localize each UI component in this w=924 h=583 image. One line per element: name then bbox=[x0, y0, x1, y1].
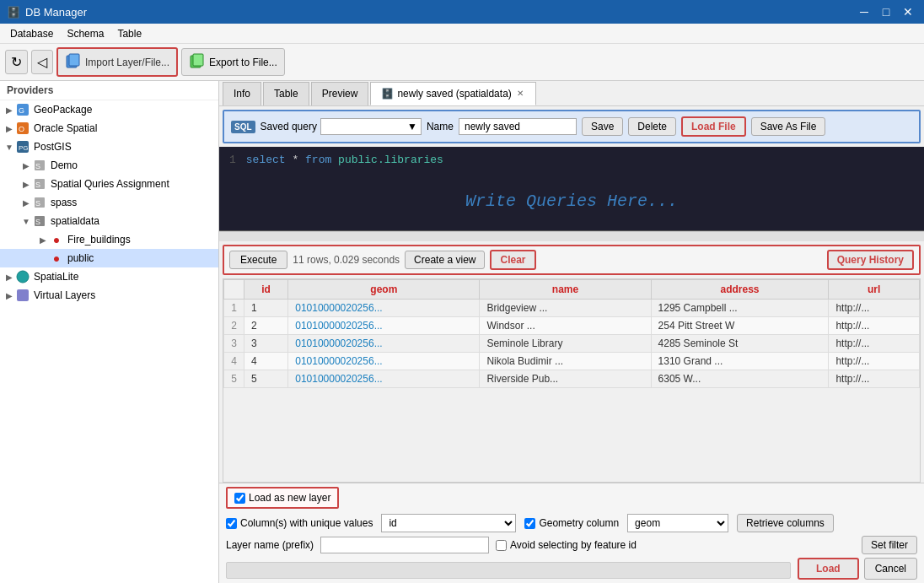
cell-name: Windsor ... bbox=[480, 317, 651, 335]
load-new-layer-label[interactable]: Load as new layer bbox=[234, 492, 330, 504]
cell-geom: 01010000020256... bbox=[288, 317, 480, 335]
saved-query-dropdown[interactable]: ▼ bbox=[320, 118, 422, 135]
sidebar-item-demo[interactable]: ▶ S Demo bbox=[0, 156, 218, 175]
geometry-column-checkbox[interactable] bbox=[524, 518, 535, 529]
cancel-button[interactable]: Cancel bbox=[864, 558, 917, 580]
execute-button[interactable]: Execute bbox=[229, 251, 287, 269]
expand-icon: ▼ bbox=[20, 217, 32, 226]
tab-query[interactable]: 🗄️ newly saved (spatialdata) ✕ bbox=[370, 82, 535, 105]
sidebar-item-spatial-queries[interactable]: ▶ S Spatial Quries Assignment bbox=[0, 175, 218, 193]
sidebar-item-spass[interactable]: ▶ S spass bbox=[0, 193, 218, 212]
menu-table[interactable]: Table bbox=[110, 24, 148, 43]
import-label: Import Layer/File... bbox=[85, 57, 169, 68]
cell-address: 4285 Seminole St bbox=[651, 335, 829, 353]
load-file-button[interactable]: Load File bbox=[681, 116, 746, 137]
menu-schema[interactable]: Schema bbox=[60, 24, 110, 43]
avoid-selecting-label[interactable]: Avoid selecting by feature id bbox=[496, 539, 637, 551]
cell-geom: 01010000020256... bbox=[288, 335, 480, 353]
layer-name-input[interactable] bbox=[320, 537, 489, 553]
svg-text:S: S bbox=[35, 218, 40, 226]
col-name: name bbox=[480, 280, 651, 300]
table-icon: ● bbox=[49, 251, 64, 266]
expand-icon: ▶ bbox=[3, 291, 15, 300]
tab-close-button[interactable]: ✕ bbox=[515, 89, 525, 98]
tab-preview[interactable]: Preview bbox=[311, 82, 369, 105]
close-button[interactable]: ✕ bbox=[899, 5, 917, 19]
cell-rownum: 3 bbox=[224, 335, 244, 353]
sidebar-item-oracle[interactable]: ▶ O Oracle Spatial bbox=[0, 119, 218, 138]
load-new-layer-checkbox[interactable] bbox=[234, 493, 245, 504]
sidebar-item-label: public bbox=[67, 252, 94, 264]
cell-id: 2 bbox=[244, 317, 288, 335]
sidebar-item-postgis[interactable]: ▼ PG PostGIS bbox=[0, 138, 218, 156]
svg-point-18 bbox=[17, 271, 29, 283]
delete-button[interactable]: Delete bbox=[628, 117, 676, 136]
columns-unique-checkbox[interactable] bbox=[226, 518, 237, 529]
tab-label: Table bbox=[274, 88, 298, 100]
name-label: Name bbox=[427, 121, 454, 132]
sidebar-item-spatialite[interactable]: ▶ SpatiaLite bbox=[0, 267, 218, 286]
export-file-button[interactable]: Export to File... bbox=[181, 48, 285, 76]
sql-editor[interactable]: 1 select * from public.libraries Write Q… bbox=[219, 147, 924, 231]
sidebar-item-label: SpatiaLite bbox=[34, 271, 78, 283]
create-view-button[interactable]: Create a view bbox=[405, 251, 485, 269]
menu-database[interactable]: Database bbox=[3, 24, 60, 43]
schema-icon: S bbox=[32, 213, 47, 229]
cell-address: 254 Pitt Street W bbox=[651, 317, 829, 335]
query-name-input[interactable] bbox=[459, 118, 577, 135]
postgis-icon: PG bbox=[15, 139, 30, 154]
sidebar-item-label: GeoPackage bbox=[34, 104, 92, 116]
back-icon: ◁ bbox=[37, 54, 47, 70]
cell-geom: 01010000020256... bbox=[288, 353, 480, 370]
refresh-button[interactable]: ↻ bbox=[5, 50, 28, 74]
query-history-button[interactable]: Query History bbox=[827, 250, 914, 270]
app-icon: 🗄️ bbox=[7, 6, 20, 19]
clear-button[interactable]: Clear bbox=[490, 250, 535, 270]
sidebar-item-spatialdata[interactable]: ▼ S spatialdata bbox=[0, 212, 218, 230]
import-layer-button[interactable]: Import Layer/File... bbox=[56, 47, 178, 77]
save-button[interactable]: Save bbox=[582, 117, 623, 136]
geometry-column-label[interactable]: Geometry column bbox=[524, 517, 619, 529]
sidebar-item-virtual-layers[interactable]: ▶ Virtual Layers bbox=[0, 286, 218, 305]
tab-table[interactable]: Table bbox=[263, 82, 309, 105]
table-row[interactable]: 5 5 01010000020256... Riverside Pub... 6… bbox=[224, 370, 920, 388]
load-new-layer-section: Load as new layer bbox=[226, 487, 339, 509]
table-row[interactable]: 3 3 01010000020256... Seminole Library 4… bbox=[224, 335, 920, 353]
geometry-column-select[interactable]: geom bbox=[627, 514, 728, 532]
sidebar: Providers ▶ G GeoPackage ▶ O Oracle Spat… bbox=[0, 81, 219, 583]
load-button[interactable]: Load bbox=[798, 558, 859, 580]
expand-icon: ▼ bbox=[3, 143, 15, 152]
sidebar-item-geopackage[interactable]: ▶ G GeoPackage bbox=[0, 100, 218, 119]
back-button[interactable]: ◁ bbox=[31, 50, 53, 74]
export-label: Export to File... bbox=[209, 57, 277, 68]
import-icon bbox=[65, 52, 82, 72]
cell-url: http://... bbox=[829, 353, 920, 370]
table-row[interactable]: 2 2 01010000020256... Windsor ... 254 Pi… bbox=[224, 317, 920, 335]
expand-icon: ▶ bbox=[3, 273, 15, 282]
columns-unique-label[interactable]: Column(s) with unique values bbox=[226, 517, 373, 529]
expand-icon: ▶ bbox=[37, 235, 49, 245]
set-filter-button[interactable]: Set filter bbox=[862, 536, 917, 554]
save-as-file-button[interactable]: Save As File bbox=[751, 117, 826, 136]
table-row[interactable]: 4 4 01010000020256... Nikola Budimir ...… bbox=[224, 353, 920, 370]
cell-id: 1 bbox=[244, 300, 288, 317]
retrieve-columns-button[interactable]: Retrieve columns bbox=[737, 514, 834, 532]
maximize-button[interactable]: □ bbox=[877, 5, 895, 19]
minimize-button[interactable]: ─ bbox=[855, 5, 873, 19]
horizontal-scrollbar[interactable] bbox=[219, 231, 924, 241]
columns-unique-select[interactable]: id bbox=[381, 514, 516, 532]
table-row[interactable]: 1 1 01010000020256... Bridgeview ... 129… bbox=[224, 300, 920, 317]
query-area: SQL Saved query ▼ Name Save Delete Load … bbox=[219, 106, 924, 583]
saved-query-select: Saved query ▼ bbox=[261, 118, 422, 135]
options-row: Column(s) with unique values id Geometry… bbox=[226, 514, 917, 532]
sidebar-item-fire-buildings[interactable]: ▶ ● Fire_buildings bbox=[0, 230, 218, 249]
sidebar-item-label: spass bbox=[51, 197, 77, 208]
sidebar-item-public[interactable]: ● public bbox=[0, 249, 218, 267]
query-status: 11 rows, 0.029 seconds bbox=[293, 254, 400, 266]
avoid-selecting-checkbox[interactable] bbox=[496, 540, 507, 551]
query-tab-icon: 🗄️ bbox=[381, 88, 394, 100]
tab-info[interactable]: Info bbox=[223, 82, 261, 105]
sidebar-item-label: Virtual Layers bbox=[34, 289, 95, 301]
results-table[interactable]: id geom name address url 1 1 01010000020… bbox=[223, 278, 921, 483]
export-icon bbox=[189, 52, 206, 72]
